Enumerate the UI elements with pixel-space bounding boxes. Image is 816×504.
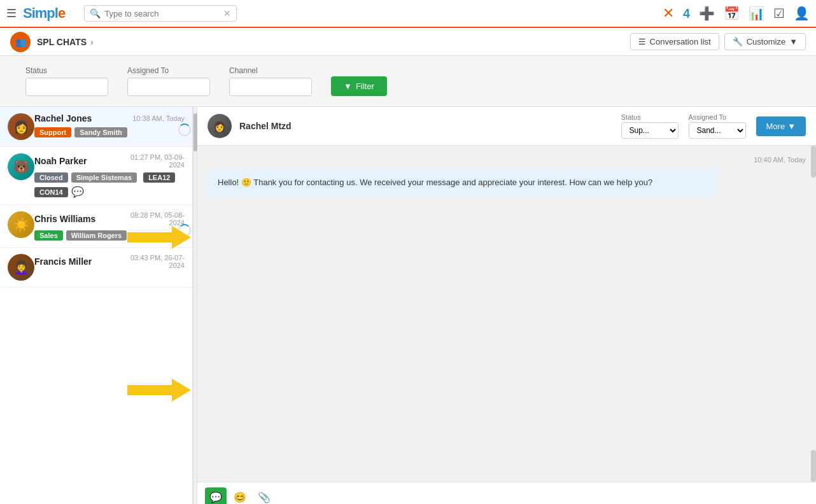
tag-agent: William Rogers: [66, 230, 127, 241]
tag-closed: Closed: [34, 172, 68, 183]
hamburger-icon[interactable]: ☰: [6, 6, 17, 20]
chat-scrollbar-thumb-top[interactable]: [811, 146, 816, 178]
conversation-list-button[interactable]: ☰ Conversation list: [630, 33, 719, 50]
channel-filter-input[interactable]: [229, 78, 312, 96]
clear-search-icon[interactable]: ✕: [223, 8, 231, 18]
check-icon[interactable]: ☑: [773, 6, 785, 21]
more-button[interactable]: More ▼: [756, 116, 806, 136]
user-icon[interactable]: 👤: [794, 6, 810, 21]
chat-scrollbar-thumb-bottom[interactable]: [811, 450, 816, 482]
assigned-filter-label: Assigned To: [127, 66, 210, 75]
notification-badge[interactable]: 4: [683, 6, 690, 21]
channel-filter-label: Channel: [229, 66, 312, 75]
conv-time: 10:38 AM, Today: [132, 115, 185, 122]
main-container: Status Assigned To Channel ▼ Filter: [0, 56, 816, 504]
list-scrollbar[interactable]: [193, 107, 197, 504]
contact-name: Francis Miller: [34, 256, 92, 267]
attachment-tab[interactable]: 📎: [253, 487, 275, 504]
contact-name: Rachel Jones: [34, 113, 92, 123]
app-logo: Simple: [23, 5, 65, 22]
logo-accent: e: [58, 5, 65, 21]
x-icon[interactable]: ✕: [663, 5, 674, 22]
avatar-icon: 👥: [15, 37, 26, 47]
subheader-avatar: 👥: [10, 32, 31, 52]
chart-icon[interactable]: 📊: [749, 6, 764, 21]
avatar: 👩‍🦱: [8, 254, 34, 281]
conversation-item[interactable]: 🐻 Noah Parker 01:27 PM, 03-09-2024 Close…: [0, 147, 192, 205]
channel-filter-group: Channel: [229, 66, 312, 96]
assigned-filter-input[interactable]: [127, 78, 210, 96]
chat-header: 👩 Rachel Mtzd Status Sup... Assigned To …: [197, 107, 816, 146]
navbar: ☰ Simple 🔍 ✕ ✕ 4 ➕ 📅 📊 ☑ 👤: [0, 0, 816, 28]
conv-time: 01:27 PM, 03-09-2024: [130, 153, 185, 169]
conversation-item[interactable]: 👩‍🦱 Francis Miller 03:43 PM, 26-07-2024: [0, 248, 192, 288]
conv-tags: Sales William Rogers: [34, 230, 185, 241]
conv-info: Chris Williams 08:28 PM, 05-08-2024 Sale…: [34, 211, 185, 241]
more-chevron: ▼: [787, 122, 796, 131]
title-text: SPL CHATS: [37, 37, 87, 47]
chat-scrollbar[interactable]: [811, 146, 816, 482]
message-text: Hello! 🙂 Thank you for contacting us. We…: [218, 178, 652, 187]
chat-contact-name: Rachel Mtzd: [239, 121, 292, 131]
badge-number: 4: [683, 6, 690, 20]
list-icon: ☰: [638, 37, 646, 46]
filter-button[interactable]: ▼ Filter: [331, 76, 387, 96]
page-title: SPL CHATS ›: [37, 37, 94, 47]
chat-input-tabs: 💬 😊 📎: [205, 487, 808, 504]
tag-company: Simple Sistemas: [71, 172, 137, 183]
whatsapp-icon: 💬: [71, 186, 84, 198]
avatar: 👩: [8, 113, 34, 140]
emoji-tab[interactable]: 😊: [229, 487, 251, 504]
assigned-group: Assigned To Sand...: [689, 113, 746, 139]
search-box[interactable]: 🔍 ✕: [84, 5, 237, 22]
tag-id2: CON14: [34, 187, 68, 197]
conversation-item[interactable]: ☀️ Chris Williams 08:28 PM, 05-08-2024 S…: [0, 205, 192, 248]
assigned-filter-group: Assigned To: [127, 66, 210, 96]
status-filter-label: Status: [25, 66, 108, 75]
customize-chevron: ▼: [789, 37, 798, 46]
status-filter-input[interactable]: [25, 78, 108, 96]
message-timestamp: 10:40 AM, Today: [208, 156, 806, 164]
chat-messages-wrapper: 10:40 AM, Today Hello! 🙂 Thank you for c…: [197, 146, 816, 482]
navbar-right: ✕ 4 ➕ 📅 📊 ☑ 👤: [663, 5, 810, 22]
logo-text: Simpl: [23, 5, 58, 21]
conversation-item[interactable]: 👩 Rachel Jones 10:38 AM, Today Support S…: [0, 107, 192, 147]
message-tab[interactable]: 💬: [205, 487, 227, 504]
conv-info: Francis Miller 03:43 PM, 26-07-2024: [34, 254, 185, 281]
conv-tags: Closed Simple Sistemas LEA12 CON14 💬: [34, 172, 185, 198]
chat-contact-avatar: 👩: [208, 114, 232, 138]
search-input[interactable]: [104, 9, 220, 18]
status-filter-group: Status: [25, 66, 108, 96]
contact-name: Chris Williams: [34, 214, 95, 224]
chat-input-area: 💬 😊 📎 ✉: [197, 482, 816, 504]
avatar: ☀️: [8, 211, 34, 238]
conversation-list: 👩 Rachel Jones 10:38 AM, Today Support S…: [0, 107, 193, 504]
filter-button-label: Filter: [356, 81, 374, 91]
conv-info: Noah Parker 01:27 PM, 03-09-2024 Closed …: [34, 153, 185, 198]
message-bubble: Hello! 🙂 Thank you for contacting us. We…: [208, 169, 716, 197]
calendar-icon[interactable]: 📅: [724, 6, 740, 21]
more-button-label: More: [766, 122, 785, 131]
conversation-list-panel: 👩 Rachel Jones 10:38 AM, Today Support S…: [0, 107, 197, 504]
assigned-label: Assigned To: [689, 113, 746, 121]
status-select[interactable]: Sup...: [621, 122, 679, 139]
subheader: 👥 SPL CHATS › ☰ Conversation list 🔧 Cust…: [0, 28, 816, 56]
conv-tags: Support Sandy Smith: [34, 127, 185, 137]
wrench-icon: 🔧: [733, 37, 743, 46]
status-label: Status: [621, 113, 679, 121]
breadcrumb-chevron: ›: [90, 37, 94, 47]
customize-button[interactable]: 🔧 Customize ▼: [724, 33, 806, 50]
chat-messages: 10:40 AM, Today Hello! 🙂 Thank you for c…: [197, 146, 816, 482]
customize-label: Customize: [747, 37, 785, 46]
content-wrapper: 👩 Rachel Jones 10:38 AM, Today Support S…: [0, 107, 816, 504]
assigned-select[interactable]: Sand...: [689, 122, 746, 139]
conv-time: 08:28 PM, 05-08-2024: [130, 211, 185, 227]
chat-panel: 👩 Rachel Mtzd Status Sup... Assigned To …: [197, 107, 816, 504]
plus-icon[interactable]: ➕: [699, 6, 715, 21]
tag-support: Support: [34, 127, 71, 137]
tag-agent: Sandy Smith: [74, 127, 127, 137]
conv-info: Rachel Jones 10:38 AM, Today Support San…: [34, 113, 185, 140]
search-icon: 🔍: [90, 8, 101, 18]
tag-sales: Sales: [34, 230, 63, 241]
avatar: 🐻: [8, 153, 34, 180]
